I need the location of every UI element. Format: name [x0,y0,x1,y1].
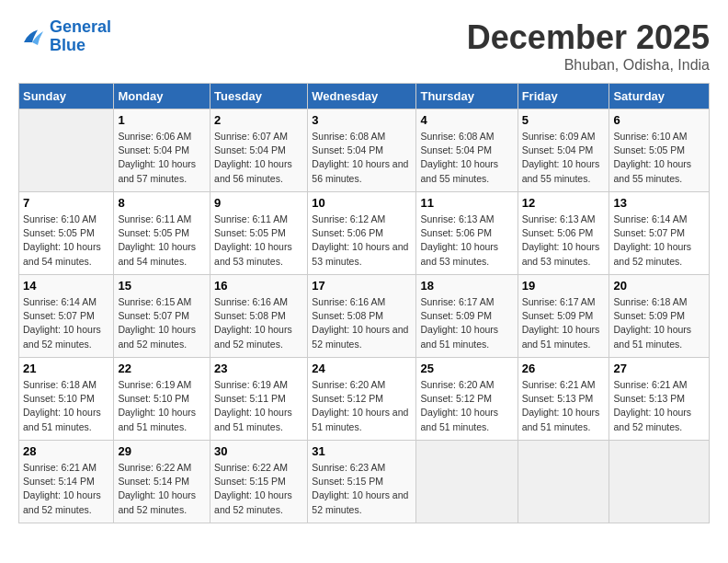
day-info: Sunrise: 6:23 AM Sunset: 5:15 PM Dayligh… [312,461,412,517]
calendar-cell: 1 Sunrise: 6:06 AM Sunset: 5:04 PM Dayli… [114,109,210,192]
calendar-cell: 18 Sunrise: 6:17 AM Sunset: 5:09 PM Dayl… [416,275,518,358]
day-number: 27 [613,362,705,375]
logo: General Blue [18,18,111,55]
day-info: Sunrise: 6:09 AM Sunset: 5:04 PM Dayligh… [522,130,606,186]
calendar-cell: 5 Sunrise: 6:09 AM Sunset: 5:04 PM Dayli… [518,109,609,192]
day-number: 8 [118,196,206,210]
title-block: December 2025 Bhuban, Odisha, India [467,18,710,74]
day-number: 17 [312,279,412,293]
location-title: Bhuban, Odisha, India [467,57,710,74]
day-info: Sunrise: 6:16 AM Sunset: 5:08 PM Dayligh… [312,295,412,351]
weekday-header: Tuesday [210,84,308,109]
day-info: Sunrise: 6:20 AM Sunset: 5:12 PM Dayligh… [420,378,513,434]
day-info: Sunrise: 6:07 AM Sunset: 5:04 PM Dayligh… [214,130,303,186]
calendar-cell: 30 Sunrise: 6:22 AM Sunset: 5:15 PM Dayl… [210,441,308,523]
day-info: Sunrise: 6:21 AM Sunset: 5:13 PM Dayligh… [522,378,606,434]
day-number: 18 [420,279,513,293]
calendar-cell: 4 Sunrise: 6:08 AM Sunset: 5:04 PM Dayli… [416,109,518,192]
calendar-cell: 16 Sunrise: 6:16 AM Sunset: 5:08 PM Dayl… [210,275,308,358]
calendar-table: SundayMondayTuesdayWednesdayThursdayFrid… [18,83,710,523]
day-number: 2 [214,113,303,127]
calendar-cell: 3 Sunrise: 6:08 AM Sunset: 5:04 PM Dayli… [308,109,416,192]
day-number: 11 [420,196,513,210]
calendar-cell: 26 Sunrise: 6:21 AM Sunset: 5:13 PM Dayl… [518,358,609,441]
calendar-cell [416,441,518,523]
weekday-header: Friday [518,84,609,109]
calendar-cell [19,109,114,192]
calendar-cell: 24 Sunrise: 6:20 AM Sunset: 5:12 PM Dayl… [308,358,416,441]
day-info: Sunrise: 6:11 AM Sunset: 5:05 PM Dayligh… [118,213,206,269]
day-number: 21 [23,362,109,375]
weekday-header: Wednesday [308,84,416,109]
calendar-cell: 15 Sunrise: 6:15 AM Sunset: 5:07 PM Dayl… [114,275,210,358]
calendar-cell: 2 Sunrise: 6:07 AM Sunset: 5:04 PM Dayli… [210,109,308,192]
page-header: General Blue December 2025 Bhuban, Odish… [18,18,710,74]
calendar-cell: 13 Sunrise: 6:14 AM Sunset: 5:07 PM Dayl… [609,192,710,275]
day-info: Sunrise: 6:06 AM Sunset: 5:04 PM Dayligh… [118,130,206,186]
day-info: Sunrise: 6:12 AM Sunset: 5:06 PM Dayligh… [312,213,412,269]
day-info: Sunrise: 6:08 AM Sunset: 5:04 PM Dayligh… [420,130,513,186]
day-number: 26 [522,362,606,375]
calendar-week-row: 14 Sunrise: 6:14 AM Sunset: 5:07 PM Dayl… [19,275,710,358]
calendar-cell: 17 Sunrise: 6:16 AM Sunset: 5:08 PM Dayl… [308,275,416,358]
calendar-cell: 6 Sunrise: 6:10 AM Sunset: 5:05 PM Dayli… [609,109,710,192]
calendar-cell: 28 Sunrise: 6:21 AM Sunset: 5:14 PM Dayl… [19,441,114,523]
weekday-header: Sunday [19,84,114,109]
calendar-week-row: 28 Sunrise: 6:21 AM Sunset: 5:14 PM Dayl… [19,441,710,523]
day-number: 15 [118,279,206,293]
day-info: Sunrise: 6:13 AM Sunset: 5:06 PM Dayligh… [420,213,513,269]
day-info: Sunrise: 6:08 AM Sunset: 5:04 PM Dayligh… [312,130,412,186]
day-info: Sunrise: 6:16 AM Sunset: 5:08 PM Dayligh… [214,295,303,351]
calendar-cell [609,441,710,523]
day-info: Sunrise: 6:18 AM Sunset: 5:10 PM Dayligh… [23,378,109,434]
day-number: 19 [522,279,606,293]
weekday-header: Monday [114,84,210,109]
weekday-header-row: SundayMondayTuesdayWednesdayThursdayFrid… [19,84,710,109]
day-number: 29 [118,444,206,458]
day-info: Sunrise: 6:21 AM Sunset: 5:14 PM Dayligh… [23,461,109,517]
weekday-header: Thursday [416,84,518,109]
day-number: 20 [613,279,705,293]
day-number: 5 [522,113,606,127]
day-number: 7 [23,196,109,210]
day-number: 23 [214,362,303,375]
calendar-cell: 8 Sunrise: 6:11 AM Sunset: 5:05 PM Dayli… [114,192,210,275]
day-number: 22 [118,362,206,375]
calendar-week-row: 21 Sunrise: 6:18 AM Sunset: 5:10 PM Dayl… [19,358,710,441]
calendar-cell: 22 Sunrise: 6:19 AM Sunset: 5:10 PM Dayl… [114,358,210,441]
day-number: 3 [312,113,412,127]
day-info: Sunrise: 6:19 AM Sunset: 5:10 PM Dayligh… [118,378,206,434]
day-info: Sunrise: 6:20 AM Sunset: 5:12 PM Dayligh… [312,378,412,434]
day-number: 14 [23,279,109,293]
calendar-cell: 19 Sunrise: 6:17 AM Sunset: 5:09 PM Dayl… [518,275,609,358]
day-info: Sunrise: 6:14 AM Sunset: 5:07 PM Dayligh… [23,295,109,351]
day-number: 6 [613,113,705,127]
calendar-cell: 7 Sunrise: 6:10 AM Sunset: 5:05 PM Dayli… [19,192,114,275]
calendar-cell: 31 Sunrise: 6:23 AM Sunset: 5:15 PM Dayl… [308,441,416,523]
day-info: Sunrise: 6:17 AM Sunset: 5:09 PM Dayligh… [522,295,606,351]
day-info: Sunrise: 6:22 AM Sunset: 5:14 PM Dayligh… [118,461,206,517]
day-info: Sunrise: 6:11 AM Sunset: 5:05 PM Dayligh… [214,213,303,269]
calendar-cell: 23 Sunrise: 6:19 AM Sunset: 5:11 PM Dayl… [210,358,308,441]
weekday-header: Saturday [609,84,710,109]
logo-text: General Blue [50,18,111,55]
day-info: Sunrise: 6:19 AM Sunset: 5:11 PM Dayligh… [214,378,303,434]
calendar-cell: 20 Sunrise: 6:18 AM Sunset: 5:09 PM Dayl… [609,275,710,358]
day-info: Sunrise: 6:15 AM Sunset: 5:07 PM Dayligh… [118,295,206,351]
calendar-cell: 25 Sunrise: 6:20 AM Sunset: 5:12 PM Dayl… [416,358,518,441]
day-number: 24 [312,362,412,375]
day-number: 9 [214,196,303,210]
calendar-cell: 11 Sunrise: 6:13 AM Sunset: 5:06 PM Dayl… [416,192,518,275]
day-number: 31 [312,444,412,458]
calendar-cell: 21 Sunrise: 6:18 AM Sunset: 5:10 PM Dayl… [19,358,114,441]
calendar-cell: 10 Sunrise: 6:12 AM Sunset: 5:06 PM Dayl… [308,192,416,275]
day-info: Sunrise: 6:21 AM Sunset: 5:13 PM Dayligh… [613,378,705,434]
day-info: Sunrise: 6:14 AM Sunset: 5:07 PM Dayligh… [613,213,705,269]
day-number: 1 [118,113,206,127]
calendar-week-row: 1 Sunrise: 6:06 AM Sunset: 5:04 PM Dayli… [19,109,710,192]
calendar-cell [518,441,609,523]
calendar-cell: 27 Sunrise: 6:21 AM Sunset: 5:13 PM Dayl… [609,358,710,441]
logo-icon [18,23,46,51]
calendar-week-row: 7 Sunrise: 6:10 AM Sunset: 5:05 PM Dayli… [19,192,710,275]
day-number: 10 [312,196,412,210]
